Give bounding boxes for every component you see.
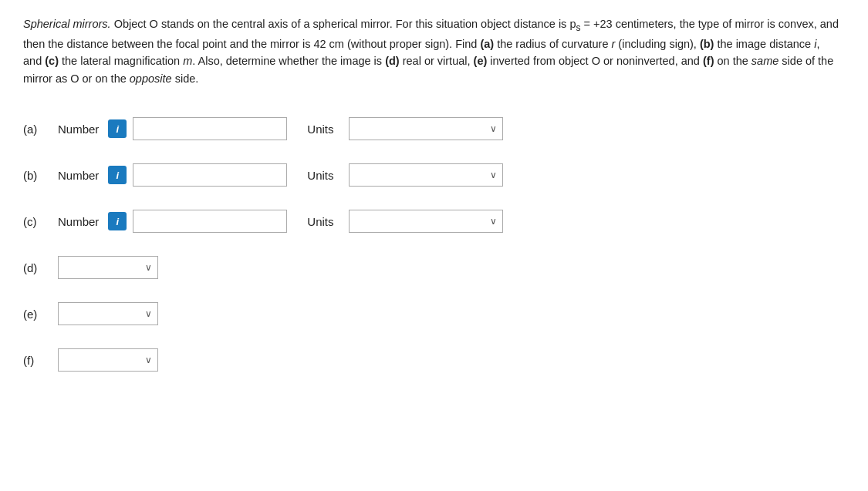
units-select-wrapper-a: cm m mm	[349, 117, 503, 140]
units-select-a[interactable]: cm m mm	[349, 117, 503, 140]
label-c: (c)	[23, 215, 58, 228]
content-e: inverted noninverted	[58, 302, 158, 325]
units-select-wrapper-b: cm m mm	[349, 163, 503, 187]
row-e: (e) inverted noninverted	[23, 291, 845, 337]
dropdown-e[interactable]: inverted noninverted	[58, 302, 158, 325]
label-b: (b)	[23, 169, 58, 182]
dropdown-f[interactable]: same side opposite side	[58, 348, 158, 372]
units-select-b[interactable]: cm m mm	[349, 163, 503, 187]
answer-rows: (a) Number i Units cm m mm (b)	[23, 106, 845, 383]
units-select-wrapper-c: cm m mm	[349, 210, 503, 233]
units-label-b: Units	[307, 169, 336, 182]
info-button-b[interactable]: i	[108, 166, 127, 184]
number-input-b[interactable]	[133, 163, 287, 187]
number-label-b: Number	[58, 169, 99, 182]
label-f: (f)	[23, 354, 58, 367]
row-b: (b) Number i Units cm m mm	[23, 152, 845, 198]
units-label-c: Units	[307, 215, 336, 228]
number-label-c: Number	[58, 215, 99, 228]
content-b: Number i Units cm m mm	[58, 163, 503, 187]
number-input-c[interactable]	[133, 210, 287, 233]
label-a: (a)	[23, 123, 58, 136]
problem-text: Spherical mirrors. Object O stands on th…	[23, 15, 841, 87]
row-a: (a) Number i Units cm m mm	[23, 106, 845, 152]
dropdown-d[interactable]: real virtual	[58, 256, 158, 279]
dropdown-wrapper-f: same side opposite side	[58, 348, 158, 372]
row-c: (c) Number i Units cm m mm	[23, 198, 845, 244]
label-d: (d)	[23, 261, 58, 274]
dropdown-wrapper-e: inverted noninverted	[58, 302, 158, 325]
units-select-c[interactable]: cm m mm	[349, 210, 503, 233]
info-button-a[interactable]: i	[108, 119, 127, 138]
row-f: (f) same side opposite side	[23, 337, 845, 383]
content-d: real virtual	[58, 256, 158, 279]
problem-container: Spherical mirrors. Object O stands on th…	[23, 15, 845, 383]
dropdown-wrapper-d: real virtual	[58, 256, 158, 279]
number-label-a: Number	[58, 123, 99, 136]
content-a: Number i Units cm m mm	[58, 117, 503, 140]
units-label-a: Units	[307, 123, 336, 136]
row-d: (d) real virtual	[23, 244, 845, 291]
label-e: (e)	[23, 308, 58, 321]
info-button-c[interactable]: i	[108, 212, 127, 230]
number-input-a[interactable]	[133, 117, 287, 140]
content-f: same side opposite side	[58, 348, 158, 372]
content-c: Number i Units cm m mm	[58, 210, 503, 233]
